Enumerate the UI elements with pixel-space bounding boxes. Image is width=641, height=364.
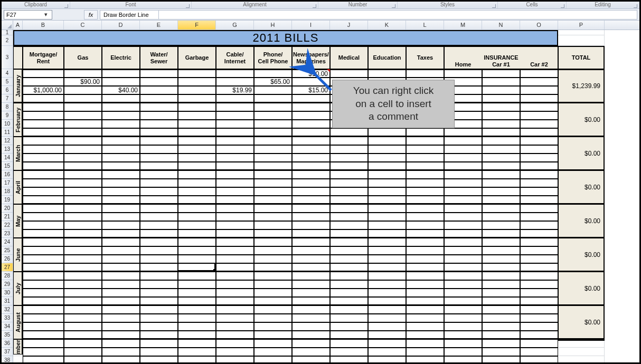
row-header-23[interactable]: 23: [2, 229, 13, 238]
row-header-16[interactable]: 16: [2, 170, 13, 179]
data-B16[interactable]: [23, 170, 64, 179]
data-C21[interactable]: [64, 213, 102, 221]
data-E19[interactable]: [140, 196, 178, 204]
data-M14[interactable]: [444, 154, 482, 162]
data-L21[interactable]: [406, 213, 444, 221]
data-O25[interactable]: [520, 246, 558, 255]
data-L22[interactable]: [406, 221, 444, 229]
data-L20[interactable]: [406, 204, 444, 213]
data-D21[interactable]: [102, 213, 140, 221]
data-D17[interactable]: [102, 179, 140, 187]
data-K24[interactable]: [368, 238, 406, 246]
data-J22[interactable]: [330, 221, 368, 229]
data-D35[interactable]: [102, 331, 140, 339]
data-D24[interactable]: [102, 238, 140, 246]
data-G34[interactable]: [216, 322, 254, 331]
data-K20[interactable]: [368, 204, 406, 213]
data-B11[interactable]: [23, 128, 64, 137]
data-E10[interactable]: [140, 120, 178, 128]
data-O13[interactable]: [520, 145, 558, 154]
data-D8[interactable]: [102, 103, 140, 111]
data-K22[interactable]: [368, 221, 406, 229]
data-K26[interactable]: [368, 255, 406, 263]
data-M4[interactable]: [444, 69, 482, 78]
formula-input[interactable]: Draw Border Line: [100, 10, 159, 20]
data-G33[interactable]: [216, 314, 254, 322]
data-D5[interactable]: [102, 78, 140, 86]
data-I14[interactable]: [292, 154, 330, 162]
data-G6[interactable]: $19.99: [216, 86, 254, 94]
data-O14[interactable]: [520, 154, 558, 162]
data-L14[interactable]: [406, 154, 444, 162]
column-header-I[interactable]: I: [292, 21, 330, 30]
data-F13[interactable]: [178, 145, 216, 154]
data-C15[interactable]: [64, 162, 102, 170]
row-header-36[interactable]: 36: [2, 339, 13, 348]
data-O26[interactable]: [520, 255, 558, 263]
data-K38[interactable]: [368, 356, 406, 364]
data-O36[interactable]: [520, 339, 558, 348]
data-C33[interactable]: [64, 314, 102, 322]
data-H34[interactable]: [254, 322, 292, 331]
data-D29[interactable]: [102, 280, 140, 289]
data-F5[interactable]: [178, 78, 216, 86]
data-H29[interactable]: [254, 280, 292, 289]
data-M30[interactable]: [444, 289, 482, 297]
data-J33[interactable]: [330, 314, 368, 322]
data-F4[interactable]: [178, 69, 216, 78]
data-L25[interactable]: [406, 246, 444, 255]
data-C30[interactable]: [64, 289, 102, 297]
data-J25[interactable]: [330, 246, 368, 255]
data-K13[interactable]: [368, 145, 406, 154]
data-D4[interactable]: [102, 69, 140, 78]
column-header-K[interactable]: K: [368, 21, 406, 30]
data-J32[interactable]: [330, 305, 368, 314]
data-E37[interactable]: [140, 348, 178, 356]
data-E31[interactable]: [140, 297, 178, 305]
data-E23[interactable]: [140, 229, 178, 238]
data-G14[interactable]: [216, 154, 254, 162]
data-E21[interactable]: [140, 213, 178, 221]
data-B19[interactable]: [23, 196, 64, 204]
data-B30[interactable]: [23, 289, 64, 297]
data-O31[interactable]: [520, 297, 558, 305]
data-D22[interactable]: [102, 221, 140, 229]
row-header-32[interactable]: 32: [2, 305, 13, 314]
data-J4[interactable]: [330, 69, 368, 78]
data-H5[interactable]: $65.00: [254, 78, 292, 86]
data-K18[interactable]: [368, 187, 406, 196]
data-N28[interactable]: [482, 272, 520, 280]
data-D31[interactable]: [102, 297, 140, 305]
data-E7[interactable]: [140, 94, 178, 103]
data-L31[interactable]: [406, 297, 444, 305]
data-G10[interactable]: [216, 120, 254, 128]
data-O7[interactable]: [520, 94, 558, 103]
data-L30[interactable]: [406, 289, 444, 297]
data-F25[interactable]: [178, 246, 216, 255]
data-K36[interactable]: [368, 339, 406, 348]
data-D26[interactable]: [102, 255, 140, 263]
data-G20[interactable]: [216, 204, 254, 213]
data-B23[interactable]: [23, 229, 64, 238]
data-O16[interactable]: [520, 170, 558, 179]
data-L17[interactable]: [406, 179, 444, 187]
cell-P38[interactable]: [558, 356, 605, 364]
data-J34[interactable]: [330, 322, 368, 331]
data-G38[interactable]: [216, 356, 254, 364]
data-H21[interactable]: [254, 213, 292, 221]
data-E34[interactable]: [140, 322, 178, 331]
data-H4[interactable]: [254, 69, 292, 78]
data-F26[interactable]: [178, 255, 216, 263]
row-header-35[interactable]: 35: [2, 331, 13, 339]
insert-function-button[interactable]: fx: [84, 10, 98, 20]
data-M34[interactable]: [444, 322, 482, 331]
data-K12[interactable]: [368, 137, 406, 145]
data-G21[interactable]: [216, 213, 254, 221]
data-D7[interactable]: [102, 94, 140, 103]
data-N16[interactable]: [482, 170, 520, 179]
data-C26[interactable]: [64, 255, 102, 263]
data-O22[interactable]: [520, 221, 558, 229]
data-L24[interactable]: [406, 238, 444, 246]
data-M13[interactable]: [444, 145, 482, 154]
data-K19[interactable]: [368, 196, 406, 204]
